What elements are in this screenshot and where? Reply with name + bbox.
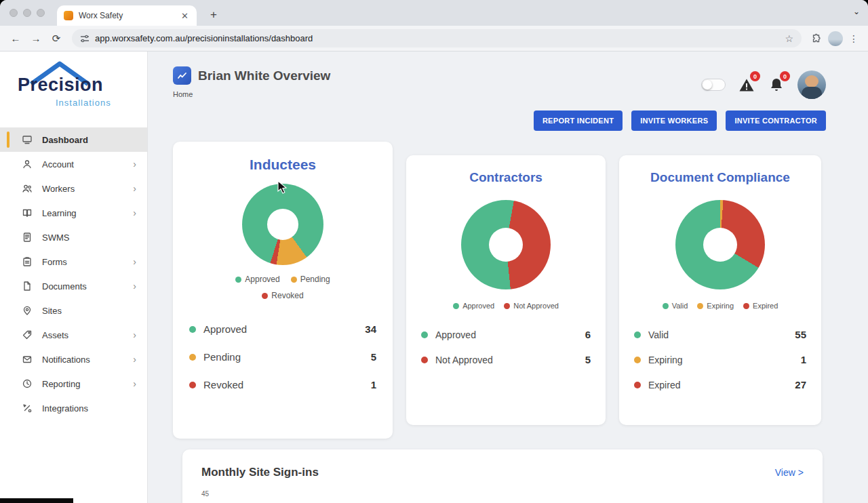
chevron-right-icon: › (133, 354, 136, 365)
invite-contractor-button[interactable]: INVITE CONTRACTOR (726, 110, 826, 131)
window-minimize-button[interactable] (23, 9, 31, 17)
precision-installations-logo: Precision Installations (18, 58, 137, 123)
sidebar-item-label: Documents (42, 281, 124, 291)
card-inductees: InducteesApprovedPendingRevokedApproved3… (173, 142, 393, 439)
window-zoom-button[interactable] (37, 9, 45, 17)
status-dot (189, 326, 196, 333)
notifications-badge: 0 (780, 71, 790, 81)
sidebar-item-label: Learning (42, 208, 124, 218)
monthly-signins-chart: 45 (201, 489, 804, 503)
invite-workers-button[interactable]: INVITE WORKERS (631, 110, 717, 131)
tab-close-icon[interactable]: ✕ (180, 11, 190, 21)
sidebar-item-label: Workers (42, 184, 124, 194)
sidebar-item-notifications[interactable]: Notifications› (0, 347, 147, 371)
warnings-badge: 0 (750, 71, 760, 81)
tab-title: Worx Safety (79, 11, 174, 20)
extensions-icon[interactable] (808, 31, 825, 47)
status-dot (189, 382, 196, 388)
assets-icon (22, 329, 33, 340)
notifications-icon (22, 354, 33, 365)
sites-icon (22, 305, 33, 316)
chevron-right-icon: › (133, 183, 136, 194)
legend-item: Expired (743, 302, 778, 310)
sidebar-item-sites[interactable]: Sites (0, 298, 147, 323)
new-tab-button[interactable]: + (205, 6, 222, 24)
theme-toggle[interactable] (701, 79, 726, 91)
browser-toolbar: ← → ⟳ app.worxsafety.com.au/precisionins… (0, 26, 868, 52)
stat-value: 6 (585, 329, 591, 340)
site-info-icon[interactable] (80, 34, 90, 43)
legend-item: Pending (291, 275, 330, 284)
card-contractors: ContractorsApprovedNot ApprovedApproved6… (406, 155, 606, 425)
donut-chart (242, 184, 323, 265)
stat-label: Not Approved (435, 355, 578, 365)
status-dot (189, 354, 196, 361)
sidebar-item-label: Dashboard (42, 135, 136, 145)
stat-row: Expiring1 (631, 347, 809, 372)
card-title: Document Compliance (631, 170, 809, 185)
stat-value: 55 (795, 329, 806, 340)
page-header: Brian White Overview Home 0 0 (173, 66, 826, 99)
sidebar-item-forms[interactable]: Forms› (0, 249, 147, 274)
chevron-right-icon: › (133, 378, 136, 389)
donut-chart (675, 200, 765, 289)
main-content: Brian White Overview Home 0 0 (148, 52, 868, 503)
sidebar-item-label: Integrations (42, 403, 136, 414)
user-avatar[interactable] (797, 71, 826, 99)
view-link[interactable]: View> (775, 467, 804, 478)
forward-button[interactable]: → (27, 30, 45, 47)
workers-icon (22, 183, 33, 194)
stat-label: Revoked (203, 379, 363, 390)
sidebar-item-documents[interactable]: Documents› (0, 274, 147, 298)
logo-subtitle: Installations (56, 98, 111, 108)
tab-favicon-icon (64, 11, 73, 20)
tab-overview-chevron-icon[interactable]: ⌄ (853, 7, 860, 16)
learning-icon (22, 207, 33, 218)
stat-row: Approved34 (185, 315, 380, 343)
sidebar-item-reporting[interactable]: Reporting› (0, 371, 147, 396)
logo-title: Precision (18, 75, 103, 96)
stat-list: Valid55Expiring1Expired27 (631, 322, 809, 397)
reload-button[interactable]: ⟳ (47, 30, 65, 47)
address-bar[interactable]: app.worxsafety.com.au/precisioninstallat… (72, 29, 802, 47)
status-dot (421, 331, 428, 338)
stat-label: Approved (435, 329, 578, 340)
page-title: Brian White Overview (198, 68, 330, 83)
notifications-button[interactable]: 0 (768, 76, 785, 94)
report-incident-button[interactable]: REPORT INCIDENT (534, 110, 623, 131)
sidebar-item-label: SWMS (42, 233, 136, 243)
chart-legend: ValidExpiringExpired (631, 302, 809, 310)
sidebar-item-swms[interactable]: SWMS (0, 225, 147, 249)
profile-icon[interactable] (827, 31, 844, 47)
sidebar-item-account[interactable]: Account› (0, 152, 147, 176)
sidebar-item-label: Reporting (42, 379, 124, 389)
breadcrumb[interactable]: Home (173, 90, 330, 98)
browser-menu-icon[interactable]: ⋮ (846, 33, 861, 44)
stat-label: Pending (203, 351, 363, 363)
stat-value: 1 (371, 379, 376, 390)
sidebar-item-label: Forms (42, 257, 124, 267)
legend-item: Approved (453, 302, 494, 310)
sidebar-item-workers[interactable]: Workers› (0, 176, 147, 201)
window-close-button[interactable] (9, 9, 18, 17)
sidebar-item-learning[interactable]: Learning› (0, 201, 147, 225)
bookmark-star-icon[interactable]: ☆ (785, 33, 793, 44)
sidebar: Precision Installations DashboardAccount… (0, 52, 148, 503)
stat-row: Pending5 (185, 343, 380, 371)
warnings-button[interactable]: 0 (738, 76, 755, 94)
sidebar-item-integrations[interactable]: Integrations (0, 396, 147, 420)
toggle-knob (703, 80, 712, 89)
back-button[interactable]: ← (7, 30, 24, 47)
monthly-signins-card: Monthly Site Sign-ins View> 45 (182, 449, 823, 503)
stat-list: Approved34Pending5Revoked1 (185, 315, 380, 399)
sidebar-item-label: Sites (42, 306, 136, 316)
sidebar-item-dashboard[interactable]: Dashboard (0, 127, 147, 152)
y-axis-tick: 45 (201, 490, 209, 498)
stat-row: Not Approved5 (418, 347, 593, 372)
integrations-icon (22, 403, 33, 414)
browser-tab[interactable]: Worx Safety ✕ (57, 5, 197, 26)
card-document-compliance: Document ComplianceValidExpiringExpiredV… (619, 155, 821, 425)
card-title: Contractors (418, 170, 593, 185)
url-text: app.worxsafety.com.au/precisioninstallat… (95, 33, 779, 43)
sidebar-item-assets[interactable]: Assets› (0, 323, 147, 347)
